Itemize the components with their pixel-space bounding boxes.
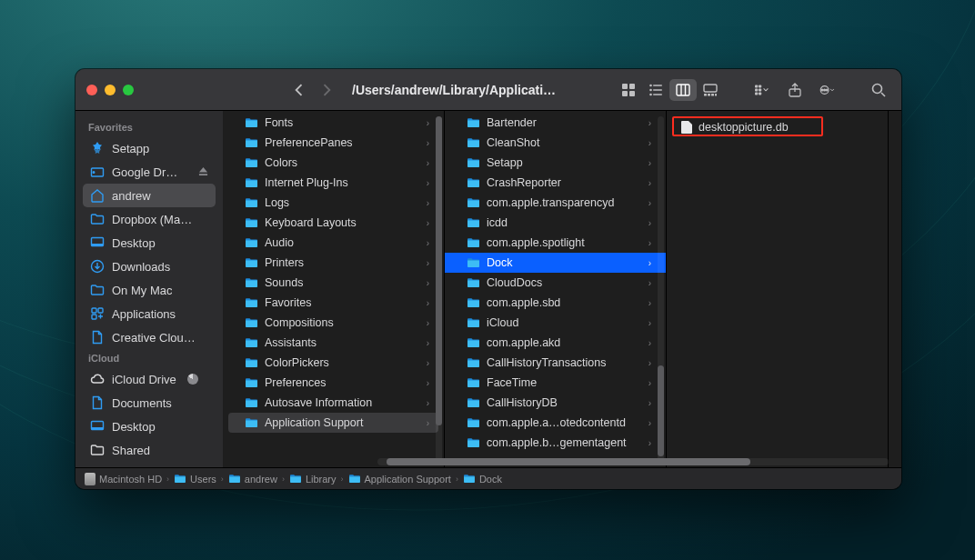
horizontal-scrollbar-thumb[interactable] [387, 458, 750, 465]
chevron-right-icon: › [427, 378, 429, 388]
folder-icon [174, 474, 186, 484]
chevron-right-icon: › [427, 198, 429, 208]
path-segment[interactable]: Macintosh HD [85, 473, 162, 485]
minimize-button[interactable] [105, 85, 116, 95]
path-segment[interactable]: Library [289, 474, 337, 485]
sidebar-item-label: On My Mac [112, 284, 172, 297]
path-label: Users [190, 474, 216, 485]
folder-item[interactable]: CloudDocs› [450, 273, 660, 293]
scrollbar-thumb[interactable] [436, 116, 442, 425]
path-segment[interactable]: Dock [463, 474, 502, 485]
svg-rect-0 [622, 84, 628, 89]
folder-name: icdd [487, 216, 642, 229]
folder-item[interactable]: com.apple.spotlight› [450, 233, 660, 253]
folder-item[interactable]: com.apple.b…gementagent› [450, 433, 660, 453]
folder-name: com.apple.transparencyd [487, 196, 642, 209]
svg-rect-7 [653, 89, 662, 91]
group-by-button[interactable] [747, 79, 778, 101]
chevron-right-icon: › [427, 138, 429, 148]
folder-item[interactable]: Setapp› [450, 153, 660, 173]
folder-item[interactable]: com.apple.a…otedcontentd› [450, 413, 660, 433]
folder-name: Keyboard Layouts [265, 216, 420, 229]
sidebar-item[interactable]: andrew [83, 184, 216, 207]
folder-item[interactable]: Assistants› [228, 333, 438, 353]
chevron-right-icon: › [648, 338, 651, 348]
folder-item[interactable]: com.apple.transparencyd› [450, 193, 660, 213]
folder-icon [228, 474, 241, 484]
folder-item[interactable]: Fonts› [228, 113, 438, 133]
sidebar-item[interactable]: Downloads [83, 255, 216, 278]
folder-name: CallHistoryDB [487, 396, 642, 409]
folder-name: Bartender [487, 116, 642, 129]
folder-item[interactable]: FaceTime› [450, 373, 660, 393]
path-title[interactable]: /Users/andrew/Library/Applicati… [352, 83, 556, 97]
search-button[interactable] [867, 79, 890, 101]
scrollbar-thumb[interactable] [658, 365, 664, 456]
sidebar-item-label: Setapp [112, 142, 149, 155]
folder-item[interactable]: icdd› [450, 213, 660, 233]
storage-pie-icon [187, 374, 198, 385]
sidebar-item-label: Applications [112, 307, 176, 321]
folder-item[interactable]: Compositions› [228, 313, 438, 333]
column-view-button[interactable] [669, 79, 697, 101]
close-button[interactable] [86, 85, 97, 95]
icon-view-button[interactable] [615, 79, 642, 101]
forward-button[interactable] [317, 84, 337, 96]
folder-item[interactable]: Internet Plug-Ins› [228, 173, 438, 193]
chevron-right-icon: › [648, 258, 651, 268]
folder-item[interactable]: CallHistoryTransactions› [450, 353, 660, 373]
folder-item[interactable]: Printers› [228, 253, 438, 273]
gallery-view-button[interactable] [697, 79, 724, 101]
folder-item[interactable]: PreferencePanes› [228, 133, 438, 153]
harddrive-icon [85, 473, 95, 485]
folder-item[interactable]: iCloud› [450, 313, 660, 333]
folder-item[interactable]: CrashReporter› [450, 173, 660, 193]
folder-item[interactable]: CleanShot› [450, 133, 660, 153]
chevron-right-icon: › [427, 158, 429, 168]
eject-icon[interactable] [198, 165, 208, 179]
folder-item[interactable]: Colors› [228, 153, 438, 173]
sidebar-item[interactable]: Desktop [83, 415, 216, 438]
folder-item[interactable]: Application Support› [228, 413, 438, 433]
folder-item[interactable]: com.apple.akd› [450, 333, 660, 353]
path-segment[interactable]: Application Support [348, 474, 451, 485]
sidebar-item[interactable]: Creative Clou… [83, 325, 216, 349]
sidebar-item[interactable]: Documents [83, 391, 216, 415]
folder-item[interactable]: Audio› [228, 233, 438, 253]
folder-item[interactable]: Favorites› [228, 293, 438, 313]
list-view-button[interactable] [642, 79, 669, 101]
folder-name: PreferencePanes [265, 136, 420, 149]
folder-item[interactable]: Autosave Information› [228, 393, 438, 413]
svg-rect-17 [759, 85, 761, 87]
sidebar-item[interactable]: Dropbox (Ma… [83, 207, 216, 231]
svg-point-26 [826, 89, 828, 91]
chevron-right-icon: › [427, 358, 429, 368]
zoom-button[interactable] [123, 85, 134, 95]
chevron-right-icon: › [427, 278, 429, 288]
sidebar-item[interactable]: Shared [83, 438, 216, 462]
sidebar-item[interactable]: Google Dr… [83, 160, 216, 184]
sidebar-item[interactable]: Setapp [83, 136, 216, 160]
cloud-icon [90, 372, 105, 386]
sidebar-item[interactable]: iCloud Drive [83, 367, 216, 391]
folder-item[interactable]: CallHistoryDB› [450, 393, 660, 413]
path-segment[interactable]: Users [174, 474, 216, 485]
back-button[interactable] [288, 84, 308, 96]
folder-item[interactable]: Sounds› [228, 273, 438, 293]
folder-item[interactable]: Bartender› [450, 113, 660, 133]
share-button[interactable] [783, 79, 807, 101]
folder-item[interactable]: ColorPickers› [228, 353, 438, 373]
sidebar-item[interactable]: On My Mac [83, 278, 216, 302]
folder-item[interactable]: Preferences› [228, 373, 438, 393]
svg-rect-35 [92, 315, 96, 319]
folder-item[interactable]: Logs› [228, 193, 438, 213]
path-label: andrew [245, 474, 277, 485]
sidebar-item[interactable]: Desktop [83, 231, 216, 255]
folder-item[interactable]: Keyboard Layouts› [228, 213, 438, 233]
path-segment[interactable]: andrew [228, 474, 277, 485]
sidebar-item[interactable]: Applications [83, 302, 216, 325]
svg-rect-1 [629, 84, 635, 89]
folder-item[interactable]: Dock› [445, 253, 666, 273]
action-menu-button[interactable] [812, 79, 841, 101]
folder-item[interactable]: com.apple.sbd› [450, 293, 660, 313]
